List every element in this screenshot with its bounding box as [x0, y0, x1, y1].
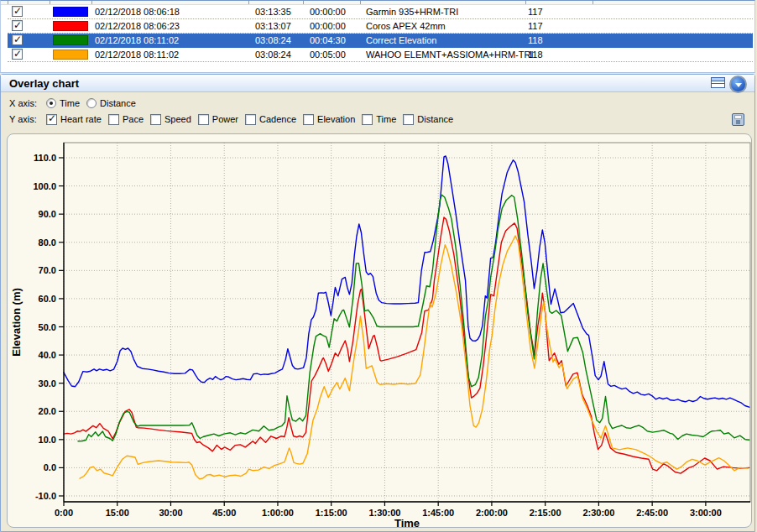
panel-title: Overlay chart — [9, 77, 79, 90]
row-color-swatch — [53, 7, 88, 17]
y-axis-option-distance: Distance — [403, 114, 453, 125]
series-coros-apex-42mm — [64, 217, 749, 473]
row-color-swatch — [53, 35, 88, 45]
restore-panel-icon[interactable] — [711, 77, 725, 88]
save-chart-button[interactable] — [732, 113, 744, 126]
x-tick-label: 1:00:00 — [262, 508, 294, 518]
y-axis-option-heart-rate: Heart rate — [46, 114, 102, 125]
row-visible-checkbox[interactable] — [12, 6, 23, 17]
row-date: 02/12/2018 08:06:18 — [95, 5, 180, 18]
checkbox-label: Elevation — [317, 114, 355, 124]
x-tick-label: 2:00:00 — [476, 508, 508, 518]
y-tick-label: 30.0 — [39, 378, 56, 389]
checkbox-label: Cadence — [259, 114, 296, 124]
y-axis-option-power: Power — [198, 114, 238, 125]
overlay-line-chart: -10.00.010.020.030.040.050.060.070.080.0… — [8, 134, 751, 527]
row-name: Correct Elevation — [366, 34, 436, 47]
table-row[interactable]: 02/12/2018 08:06:1803:13:3500:00:00Garmi… — [8, 5, 753, 19]
row-date: 02/12/2018 08:11:02 — [95, 48, 179, 61]
row-color-swatch — [53, 50, 88, 60]
row-visible-checkbox[interactable] — [12, 20, 23, 31]
y-tick-label: 100.0 — [33, 181, 56, 191]
x-axis-option-time: Time — [46, 98, 80, 108]
row-duration: 03:08:24 — [255, 48, 291, 61]
checkbox-elevation[interactable] — [303, 114, 314, 125]
app-window: { "table": { "rows": [ {"checked": true,… — [0, 0, 757, 532]
row-value: 117 — [528, 19, 543, 33]
row-value: 118 — [528, 34, 543, 47]
y-axis-title: Elevation (m) — [10, 288, 23, 357]
row-duration: 03:08:24 — [255, 34, 291, 47]
y-tick-label: 70.0 — [39, 265, 56, 275]
row-value: 117 — [528, 5, 543, 18]
row-offset: 00:00:00 — [310, 19, 346, 33]
column-separator — [593, 1, 593, 4]
y-tick-label: 90.0 — [39, 209, 56, 219]
table-row[interactable]: 02/12/2018 08:11:0203:08:2400:04:30Corre… — [8, 34, 753, 48]
overlay-chart-panel: Overlay chart X axis: TimeDistance Y axi… — [0, 74, 755, 532]
y-axis-option-pace: Pace — [108, 114, 144, 125]
checkbox-label: Heart rate — [60, 114, 102, 124]
checkbox-distance[interactable] — [403, 114, 414, 125]
row-visible-checkbox[interactable] — [12, 49, 23, 60]
y-tick-label: -10.0 — [35, 491, 56, 501]
row-date: 02/12/2018 08:11:02 — [95, 34, 179, 47]
row-color-swatch — [53, 21, 88, 31]
y-tick-label: 50.0 — [39, 322, 56, 332]
y-axis-option-cadence: Cadence — [245, 114, 296, 125]
y-axis-option-elevation: Elevation — [303, 114, 355, 125]
column-separator — [50, 1, 50, 4]
column-separator — [91, 1, 92, 4]
x-tick-label: 2:15:00 — [530, 508, 561, 518]
checkbox-label: Power — [212, 114, 238, 124]
checkbox-time[interactable] — [362, 114, 373, 125]
row-name: Coros APEX 42mm — [366, 19, 446, 33]
y-tick-label: 110.0 — [34, 153, 56, 163]
checkbox-heart-rate[interactable] — [46, 114, 57, 125]
radio-time[interactable] — [46, 98, 56, 108]
row-visible-checkbox[interactable] — [12, 34, 23, 45]
x-tick-label: 45:00 — [212, 508, 236, 518]
x-axis-option-distance: Distance — [86, 98, 136, 108]
table-rows: 02/12/2018 08:06:1803:13:3500:00:00Garmi… — [8, 5, 753, 62]
row-name: WAHOO ELEMNT+ASSIOMA+HRM-TRI — [366, 48, 533, 61]
y-axis-options: Heart ratePaceSpeedPowerCadenceElevation… — [46, 114, 460, 125]
checkbox-cadence[interactable] — [245, 114, 256, 125]
series-wahoo-elemnt+assioma+hrm-tri — [80, 236, 748, 479]
checkbox-speed[interactable] — [150, 114, 161, 125]
radio-distance[interactable] — [86, 98, 97, 108]
panel-titlebar: Overlay chart — [1, 75, 754, 92]
checkbox-pace[interactable] — [108, 114, 119, 125]
y-tick-label: 60.0 — [39, 294, 56, 304]
y-axis-option-speed: Speed — [150, 114, 191, 125]
table-row[interactable]: 02/12/2018 08:06:2303:13:0700:00:00Coros… — [8, 19, 753, 34]
y-axis-option-time: Time — [362, 114, 396, 125]
radio-label: Time — [60, 98, 80, 108]
x-tick-label: 1:15:00 — [316, 508, 347, 518]
row-date: 02/12/2018 08:06:23 — [95, 19, 180, 33]
collapse-panel-button[interactable] — [729, 76, 747, 93]
x-axis-label: X axis: — [9, 98, 41, 108]
chart-container: -10.00.010.020.030.040.050.060.070.080.0… — [7, 133, 752, 528]
checkbox-power[interactable] — [198, 114, 209, 125]
activity-table: 02/12/2018 08:06:1803:13:3500:00:00Garmi… — [0, 0, 755, 73]
plot-border — [64, 143, 750, 502]
x-tick-label: 1:45:00 — [422, 508, 454, 518]
row-duration: 03:13:07 — [255, 19, 291, 33]
checkbox-label: Distance — [417, 114, 453, 124]
x-axis-options: TimeDistance — [46, 98, 143, 108]
checkbox-label: Time — [376, 114, 396, 124]
y-tick-label: 0.0 — [44, 462, 56, 472]
checkbox-label: Pace — [123, 114, 144, 124]
column-separator — [303, 1, 304, 4]
row-offset: 00:05:00 — [310, 48, 346, 61]
y-tick-label: 20.0 — [39, 406, 56, 416]
x-tick-label: 3:00:00 — [690, 508, 722, 518]
row-duration: 03:13:35 — [255, 5, 291, 18]
column-separator — [360, 1, 361, 4]
column-separator — [525, 1, 526, 4]
table-row[interactable]: 02/12/2018 08:11:0203:08:2400:05:00WAHOO… — [8, 48, 753, 62]
column-separator — [248, 1, 249, 4]
x-axis-options-row: X axis: TimeDistance — [9, 96, 143, 110]
x-tick-label: 30:00 — [159, 508, 182, 518]
